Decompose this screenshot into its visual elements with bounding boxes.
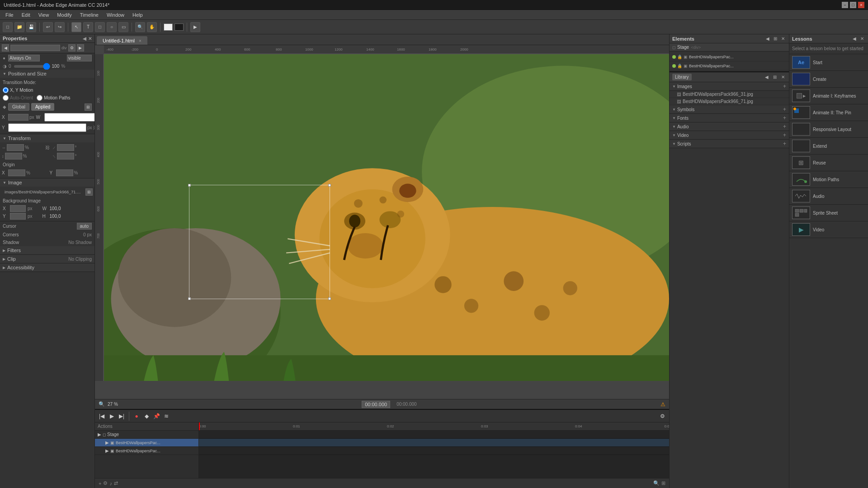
track-item-1[interactable]: ▶ ▣ BestHDWallpapersPac...: [95, 439, 198, 447]
lesson-sprite-sheet[interactable]: Sprite Sheet: [789, 205, 868, 221]
library-images-header[interactable]: ▼ Images +: [670, 82, 789, 91]
library-fonts-header[interactable]: ▼ Fonts +: [670, 114, 789, 122]
canvas-content[interactable]: [104, 54, 669, 381]
lesson-create[interactable]: Create: [789, 71, 868, 88]
properties-close-btn[interactable]: ✕: [88, 36, 92, 41]
library-close-btn[interactable]: ✕: [780, 74, 786, 80]
audio-add-btn[interactable]: +: [783, 123, 786, 130]
add-keyframe-btn[interactable]: ◆: [142, 412, 151, 420]
tl-zoom-out-btn[interactable]: 🔍: [653, 480, 660, 486]
library-expand-btn[interactable]: ⊞: [772, 74, 778, 80]
menu-modify[interactable]: Modify: [53, 11, 75, 19]
stage-canvas[interactable]: [104, 54, 669, 381]
video-add-btn[interactable]: +: [783, 132, 786, 138]
lessons-close-btn[interactable]: ✕: [859, 36, 865, 42]
bg-y-input[interactable]: 0: [10, 213, 26, 220]
close-button[interactable]: ×: [858, 2, 864, 8]
scale-link-icon[interactable]: ⛓: [45, 145, 50, 150]
rounded-rect-tool[interactable]: ▭: [118, 22, 128, 32]
lesson-audio[interactable]: Audio: [789, 188, 868, 205]
track-2-toggle-icon[interactable]: ▶: [105, 448, 109, 453]
clip-header[interactable]: ▶ Clip No Clipping: [0, 255, 94, 263]
x-input[interactable]: -619: [8, 114, 28, 121]
image-header[interactable]: ▼ Image: [0, 178, 94, 187]
stage-item-2[interactable]: 🔒 ▣ BestHDWallpapersPac...: [670, 61, 789, 70]
library-video-header[interactable]: ▼ Video +: [670, 131, 789, 140]
skew-y-input[interactable]: 0: [57, 153, 74, 160]
library-audio-header[interactable]: ▼ Audio +: [670, 122, 789, 131]
xy-motion-radio-input[interactable]: [3, 87, 9, 93]
visible-select[interactable]: visible: [67, 55, 92, 61]
rect-tool[interactable]: □: [95, 22, 105, 32]
play-btn[interactable]: ▶: [108, 412, 116, 420]
origin-x-input[interactable]: 50.00: [8, 169, 25, 176]
elements-close-btn[interactable]: ✕: [780, 36, 786, 42]
menu-file[interactable]: File: [2, 11, 17, 19]
item2-visibility[interactable]: [672, 64, 676, 68]
always-on-select[interactable]: Always On: [8, 55, 40, 61]
elements-expand-btn[interactable]: ⊞: [772, 36, 778, 42]
lesson-start[interactable]: Ae Start: [789, 54, 868, 71]
color-stroke[interactable]: [175, 23, 184, 31]
scale-x-input[interactable]: 100: [7, 144, 24, 151]
lesson-video[interactable]: ▶ Video: [789, 221, 868, 238]
maximize-button[interactable]: □: [850, 2, 856, 8]
menu-timeline[interactable]: Timeline: [76, 11, 102, 19]
menu-help[interactable]: Help: [129, 11, 146, 19]
tl-settings-btn[interactable]: ⚙: [658, 412, 666, 420]
library-tab[interactable]: Library: [672, 74, 692, 80]
cursor-auto-btn[interactable]: auto: [77, 223, 92, 230]
hand-tool[interactable]: ✋: [147, 22, 157, 32]
lesson-animate-1[interactable]: ▶ Animate I: Keyframes: [789, 88, 868, 104]
fonts-add-btn[interactable]: +: [783, 115, 786, 121]
origin-y-input[interactable]: 50.00: [56, 169, 73, 176]
record-btn[interactable]: ●: [132, 412, 141, 420]
position-settings-btn[interactable]: ⊞: [85, 103, 92, 111]
select-tool[interactable]: ↖: [71, 22, 81, 32]
element-prev-btn[interactable]: ◀: [2, 44, 9, 52]
tl-expand-btn[interactable]: ⊞: [661, 480, 665, 486]
skew-x-input[interactable]: 0: [57, 144, 74, 151]
save-button[interactable]: 💾: [26, 22, 36, 32]
scale-y-input[interactable]: 100: [5, 153, 22, 160]
audio-btn[interactable]: ♪: [109, 481, 112, 486]
filters-header[interactable]: ▶ Filters: [0, 246, 94, 254]
open-button[interactable]: 📁: [14, 22, 24, 32]
lib-image-1[interactable]: 🖼 BestHDWallpapersPack966_31.jpg: [670, 91, 789, 98]
elements-collapse-btn[interactable]: ◀: [764, 36, 771, 42]
lesson-reuse[interactable]: ⊞ Reuse: [789, 155, 868, 171]
tl-settings-btn2[interactable]: ⚙: [103, 480, 108, 486]
applied-tab[interactable]: Applied: [31, 103, 54, 111]
global-tab[interactable]: Global: [8, 103, 29, 111]
library-collapse-btn[interactable]: ◀: [764, 74, 770, 80]
library-symbols-header[interactable]: ▼ Symbols +: [670, 105, 789, 114]
element-settings-btn[interactable]: ⚙: [68, 44, 75, 52]
symbols-add-btn[interactable]: +: [783, 106, 786, 113]
stage-toggle-icon[interactable]: ▶: [98, 432, 101, 437]
y-input[interactable]: -1102: [8, 123, 86, 132]
playhead[interactable]: [199, 422, 200, 430]
color-fill[interactable]: [164, 23, 173, 31]
text-tool[interactable]: T: [83, 22, 93, 32]
minimize-button[interactable]: −: [842, 2, 848, 8]
track-1-toggle-icon[interactable]: ▶: [105, 440, 109, 445]
rewind-btn[interactable]: |◀: [98, 412, 106, 420]
lesson-responsive[interactable]: Responsive Layout: [789, 121, 868, 138]
canvas-tab-close[interactable]: ×: [139, 38, 142, 43]
bg-x-input[interactable]: 0: [10, 205, 26, 212]
pin-btn[interactable]: 📌: [152, 412, 160, 420]
track-item-2[interactable]: ▶ ▣ BestHDWallpapersPac...: [95, 447, 198, 455]
redo-button[interactable]: ↪: [55, 22, 65, 32]
menu-view[interactable]: View: [35, 11, 53, 19]
element-name-input[interactable]: BestHDWallpapersPack966_7: [10, 45, 60, 51]
menu-window[interactable]: Window: [103, 11, 128, 19]
forward-btn[interactable]: ▶|: [118, 412, 126, 420]
scripts-add-btn[interactable]: +: [783, 141, 786, 147]
item1-visibility[interactable]: [672, 55, 676, 59]
element-next-btn[interactable]: ▶: [77, 44, 84, 52]
properties-collapse-btn[interactable]: ◀: [83, 36, 86, 41]
accessibility-header[interactable]: ▶ Accessibility: [0, 263, 94, 272]
easing-btn[interactable]: ≋: [162, 412, 170, 420]
undo-button[interactable]: ↩: [43, 22, 53, 32]
transform-header[interactable]: ▼ Transform: [0, 134, 94, 142]
